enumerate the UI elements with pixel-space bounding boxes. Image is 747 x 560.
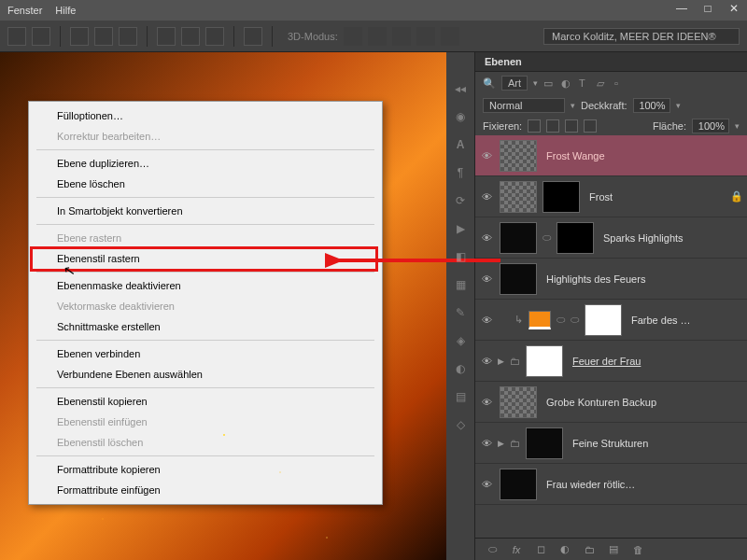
visibility-icon[interactable]: 👁 [479, 397, 494, 408]
layer-style-icon[interactable]: fx [509, 543, 524, 556]
menu-hilfe[interactable]: Hilfe [55, 5, 76, 16]
ctx-item-13[interactable]: Schnittmaske erstellen [29, 316, 382, 337]
new-layer-icon[interactable]: ▤ [606, 543, 621, 556]
layer-row[interactable]: 👁⬭Sparks Highlights [475, 217, 747, 259]
visibility-icon[interactable]: 👁 [479, 315, 494, 326]
dist-icon-3[interactable] [119, 27, 137, 46]
layer-mask[interactable] [585, 304, 622, 336]
layer-name[interactable]: Highlights des Feuers [546, 273, 645, 285]
3d-icon-4[interactable] [416, 27, 435, 46]
layer-name[interactable]: Grobe Konturen Backup [546, 397, 656, 408]
mask-link-icon[interactable]: ⬭ [543, 231, 551, 244]
new-group-icon[interactable]: 🗀 [582, 543, 597, 556]
layer-row[interactable]: 👁Frost🔒 [475, 176, 747, 217]
new-adjust-icon[interactable]: ◐ [557, 543, 572, 556]
ctx-item-0[interactable]: Fülloptionen… [29, 105, 382, 126]
layer-row[interactable]: 👁Grobe Konturen Backup [475, 382, 747, 423]
ctx-item-6[interactable]: In Smartobjekt konvertieren [29, 201, 382, 221]
filter-pixel-icon[interactable]: ▭ [543, 77, 556, 90]
visibility-icon[interactable]: 👁 [479, 232, 494, 244]
layer-mask[interactable] [543, 181, 580, 213]
3d-icon-5[interactable] [441, 27, 459, 46]
visibility-icon[interactable]: 👁 [479, 356, 494, 367]
layer-row[interactable]: 👁Highlights des Feuers [475, 259, 747, 300]
visibility-icon[interactable]: 👁 [479, 438, 494, 449]
ctx-item-9[interactable]: Ebenenstil rastern [29, 248, 382, 269]
visibility-icon[interactable]: 👁 [479, 479, 494, 490]
visibility-icon[interactable]: 👁 [479, 150, 494, 161]
ctx-item-4[interactable]: Ebene löschen [29, 174, 382, 194]
add-mask-icon[interactable]: ◻ [533, 543, 548, 556]
paths-icon[interactable]: ◇ [452, 416, 469, 433]
ctx-item-15[interactable]: Ebenen verbinden [29, 343, 382, 364]
3d-icon-3[interactable] [392, 27, 411, 46]
maximize-button[interactable]: □ [695, 0, 721, 17]
layer-name[interactable]: Feine Strukturen [572, 438, 648, 449]
canvas[interactable]: Fülloptionen…Korrektur bearbeiten…Ebene … [0, 52, 446, 560]
ctx-item-3[interactable]: Ebene duplizieren… [29, 153, 382, 174]
ctx-item-16[interactable]: Verbundene Ebenen auswählen [29, 364, 382, 385]
filter-type-icon[interactable]: T [579, 77, 591, 90]
brushes-icon[interactable]: ✎ [452, 304, 469, 321]
layer-row[interactable]: 👁↳⬭⬭Farbe des … [475, 300, 747, 341]
auto-icon[interactable] [244, 27, 262, 46]
close-button[interactable]: ✕ [721, 0, 747, 17]
folder-toggle[interactable]: ▶ [498, 439, 504, 448]
3d-icon-1[interactable] [344, 27, 362, 46]
character-icon[interactable]: A [452, 136, 469, 153]
brush-icon[interactable]: ▶ [452, 220, 469, 237]
layer-name[interactable]: Feuer der Frau [572, 356, 641, 367]
ctx-item-11[interactable]: Ebenenmaske deaktivieren [29, 275, 382, 296]
link-layers-icon[interactable]: ⬭ [485, 543, 500, 556]
folder-toggle[interactable]: ▶ [498, 357, 504, 366]
channels-icon[interactable]: ▤ [452, 388, 469, 405]
layer-name[interactable]: Farbe des … [631, 315, 691, 326]
layer-row[interactable]: 👁Frost Wange [475, 135, 747, 176]
expand-chevron[interactable]: ◂◂ [452, 80, 469, 97]
dist-icon-2[interactable] [94, 27, 113, 46]
navigator-icon[interactable]: ⟳ [452, 192, 469, 209]
menu-fenster[interactable]: Fenster [7, 5, 42, 16]
layer-row[interactable]: 👁▶🗀Feuer der Frau [475, 341, 747, 382]
paragraph-icon[interactable]: ¶ [452, 164, 469, 181]
workspace-switcher[interactable]: Marco Kolditz, MEER DER IDEEN® [543, 28, 740, 45]
ctx-item-22[interactable]: Formattribute kopieren [29, 459, 382, 480]
3d-icon-2[interactable] [368, 27, 387, 46]
styles-icon[interactable]: ◈ [452, 332, 469, 349]
filter-adjust-icon[interactable]: ◐ [561, 77, 573, 90]
layers-icon[interactable]: ◧ [452, 248, 469, 265]
layer-name[interactable]: Sparks Highlights [603, 232, 684, 244]
align-icon-1[interactable] [7, 27, 26, 46]
fill-input[interactable]: 100% [692, 119, 729, 133]
dist-icon-4[interactable] [157, 27, 176, 46]
dist-icon-1[interactable] [70, 27, 89, 46]
layer-name[interactable]: Frau wieder rötlic… [546, 479, 635, 490]
swatches-icon[interactable]: ▦ [452, 276, 469, 293]
filter-kind-select[interactable]: Art [501, 76, 528, 91]
mask-link-icon[interactable]: ⬭ [557, 314, 565, 326]
ctx-item-23[interactable]: Formattribute einfügen [29, 480, 382, 500]
layer-name[interactable]: Frost Wange [546, 150, 605, 161]
search-icon[interactable]: 🔍 [483, 77, 496, 90]
dist-icon-6[interactable] [205, 27, 224, 46]
ctx-item-18[interactable]: Ebenenstil kopieren [29, 391, 382, 412]
filter-smart-icon[interactable]: ▫ [614, 77, 627, 90]
history-icon[interactable]: ◉ [452, 108, 469, 125]
lock-transparent-icon[interactable] [528, 119, 541, 133]
lock-all-icon[interactable] [584, 119, 597, 133]
align-icon-2[interactable] [32, 27, 50, 46]
panel-tab-layers[interactable]: Ebenen [475, 52, 747, 72]
layer-row[interactable]: 👁▶🗀Feine Strukturen [475, 423, 747, 464]
layer-row[interactable]: 👁Frau wieder rötlic… [475, 464, 747, 505]
lock-pixels-icon[interactable] [546, 119, 559, 133]
blend-mode-select[interactable]: Normal [483, 98, 565, 113]
lock-position-icon[interactable] [565, 119, 578, 133]
minimize-button[interactable]: — [669, 0, 695, 17]
visibility-icon[interactable]: 👁 [479, 273, 494, 285]
layer-name[interactable]: Frost [589, 191, 613, 203]
layer-mask[interactable] [557, 222, 594, 254]
dist-icon-5[interactable] [181, 27, 200, 46]
opacity-input[interactable]: 100% [633, 98, 670, 113]
visibility-icon[interactable]: 👁 [479, 191, 494, 203]
filter-shape-icon[interactable]: ▱ [597, 77, 609, 90]
